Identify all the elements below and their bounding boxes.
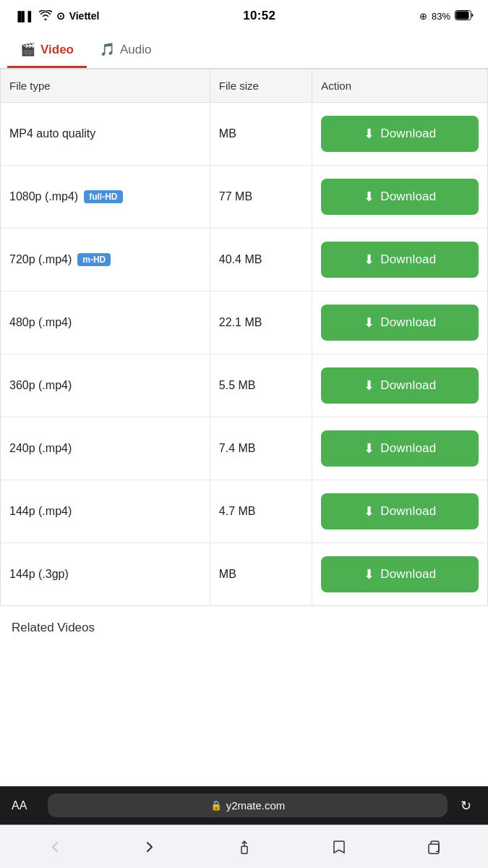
wifi-icon (39, 10, 52, 22)
battery-icon (455, 10, 474, 22)
reload-button[interactable]: ↻ (455, 798, 476, 814)
action-cell: ⬇Download (312, 229, 488, 292)
table-row: 144p (.mp4)4.7 MB⬇Download (1, 480, 488, 543)
download-button[interactable]: ⬇Download (321, 305, 479, 341)
video-tab-label: Video (40, 43, 74, 57)
action-cell: ⬇Download (312, 543, 488, 606)
action-cell: ⬇Download (312, 354, 488, 417)
file-size-cell: 4.7 MB (210, 480, 312, 543)
col-header-action: Action (312, 69, 488, 103)
file-type-cell: 720p (.mp4)m-HD (1, 229, 210, 292)
tabs-container: 🎬 Video 🎵 Audio (0, 32, 488, 69)
lock-icon: 🔒 (210, 800, 222, 811)
table-row: MP4 auto qualityMB⬇Download (1, 103, 488, 166)
status-left: ▐▌▌ ⊙ Viettel (14, 10, 99, 22)
file-size-cell: 77 MB (210, 166, 312, 229)
download-icon: ⬇ (364, 441, 374, 456)
file-type-label: 144p (.mp4) (9, 505, 72, 518)
tab-audio[interactable]: 🎵 Audio (87, 32, 164, 68)
download-icon: ⬇ (364, 189, 374, 205)
file-size-cell: 7.4 MB (210, 417, 312, 480)
file-size-cell: MB (210, 103, 312, 166)
action-cell: ⬇Download (312, 103, 488, 166)
download-label: Download (380, 315, 436, 330)
status-bar: ▐▌▌ ⊙ Viettel 10:52 ⊕ 83% (0, 0, 488, 32)
url-bar[interactable]: 🔒 y2mate.com (48, 793, 448, 817)
share-button[interactable] (226, 833, 262, 861)
download-icon: ⬇ (364, 566, 374, 582)
file-type-label: 240p (.mp4) (9, 442, 72, 455)
action-cell: ⬇Download (312, 480, 488, 543)
download-label: Download (380, 567, 436, 582)
status-right: ⊕ 83% (419, 10, 474, 22)
download-icon: ⬇ (364, 126, 374, 142)
tabs-button[interactable] (416, 833, 452, 861)
download-button[interactable]: ⬇Download (321, 242, 479, 278)
download-label: Download (380, 127, 436, 141)
file-type-cell: 480p (.mp4) (1, 292, 210, 354)
table-row: 1080p (.mp4)full-HD77 MB⬇Download (1, 166, 488, 229)
quality-badge: full-HD (84, 190, 122, 203)
url-text: y2mate.com (226, 799, 286, 812)
download-icon: ⬇ (364, 315, 374, 331)
download-label: Download (380, 378, 436, 393)
file-type-label: 360p (.mp4) (9, 379, 72, 392)
back-button[interactable] (37, 833, 73, 861)
file-type-cell: 1080p (.mp4)full-HD (1, 166, 210, 229)
related-videos-section: Related Videos (0, 606, 488, 642)
action-cell: ⬇Download (312, 292, 488, 354)
file-type-cell: MP4 auto quality (1, 103, 210, 166)
file-size-cell: 5.5 MB (210, 354, 312, 417)
file-type-label: 720p (.mp4) (9, 253, 72, 266)
text-size-button[interactable]: AA (12, 799, 40, 812)
file-type-label: 480p (.mp4) (9, 316, 72, 329)
download-label: Download (380, 252, 436, 267)
action-cell: ⬇Download (312, 166, 488, 229)
download-button[interactable]: ⬇Download (321, 556, 479, 592)
signal-icon: ▐▌▌ (14, 11, 35, 22)
file-size-cell: 22.1 MB (210, 292, 312, 354)
location-icon: ⊕ (419, 11, 427, 22)
download-button[interactable]: ⬇Download (321, 493, 479, 529)
download-button[interactable]: ⬇Download (321, 179, 479, 215)
col-header-filetype: File type (1, 69, 210, 103)
bookmarks-button[interactable] (321, 833, 357, 861)
carrier-label: Viettel (69, 10, 100, 22)
download-icon: ⬇ (364, 252, 374, 268)
download-table: File type File size Action MP4 auto qual… (0, 69, 488, 606)
video-tab-icon: 🎬 (20, 42, 35, 57)
tab-video[interactable]: 🎬 Video (7, 32, 87, 68)
file-type-label: 144p (.3gp) (9, 568, 69, 581)
time-display: 10:52 (243, 9, 275, 23)
quality-badge: m-HD (77, 253, 111, 266)
file-type-label: 1080p (.mp4) (9, 190, 78, 203)
file-size-cell: 40.4 MB (210, 229, 312, 292)
svg-rect-1 (455, 11, 468, 19)
battery-percentage: 83% (432, 11, 450, 22)
loading-icon: ⊙ (56, 10, 65, 22)
file-type-cell: 360p (.mp4) (1, 354, 210, 417)
audio-tab-icon: 🎵 (100, 42, 115, 57)
svg-rect-3 (429, 844, 439, 854)
download-label: Download (380, 441, 436, 456)
table-row: 240p (.mp4)7.4 MB⬇Download (1, 417, 488, 480)
file-type-label: MP4 auto quality (9, 127, 95, 140)
download-label: Download (380, 504, 436, 519)
download-button[interactable]: ⬇Download (321, 430, 479, 467)
download-button[interactable]: ⬇Download (321, 116, 479, 152)
table-row: 360p (.mp4)5.5 MB⬇Download (1, 354, 488, 417)
browser-address-bar: AA 🔒 y2mate.com ↻ (0, 786, 488, 825)
forward-button[interactable] (132, 833, 168, 861)
audio-tab-label: Audio (120, 43, 151, 57)
file-size-cell: MB (210, 543, 312, 606)
download-icon: ⬇ (364, 378, 374, 393)
browser-toolbar (0, 825, 488, 868)
download-icon: ⬇ (364, 503, 374, 519)
col-header-filesize: File size (210, 69, 312, 103)
related-videos-label: Related Videos (12, 621, 95, 634)
action-cell: ⬇Download (312, 417, 488, 480)
download-button[interactable]: ⬇Download (321, 367, 479, 404)
table-row: 480p (.mp4)22.1 MB⬇Download (1, 292, 488, 354)
download-label: Download (380, 190, 436, 204)
table-row: 720p (.mp4)m-HD40.4 MB⬇Download (1, 229, 488, 292)
